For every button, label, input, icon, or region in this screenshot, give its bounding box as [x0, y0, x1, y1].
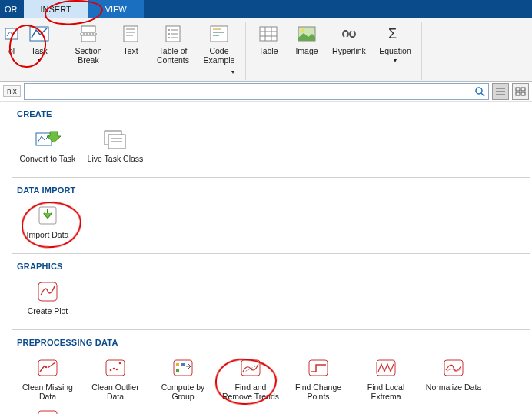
item-clean-missing-data[interactable]: Clean Missing Data — [15, 353, 80, 404]
search-row: nlx — [0, 82, 532, 102]
image-icon — [296, 25, 318, 43]
grid-view-icon — [515, 87, 526, 96]
search-input[interactable] — [25, 85, 471, 98]
text-icon — [120, 25, 141, 43]
table-icon — [258, 25, 279, 43]
svg-rect-36 — [521, 92, 525, 95]
toc-icon — [162, 25, 184, 43]
svg-rect-16 — [211, 26, 228, 42]
item-find-remove-trends[interactable]: Find and Remove Trends — [218, 353, 283, 404]
list-view-icon — [495, 87, 506, 96]
section-create: CREATE Convert to Task Live Task Class — [12, 102, 530, 177]
normalize-icon — [441, 356, 467, 379]
svg-point-50 — [119, 362, 121, 365]
section-graphics: GRAPHICS Create Plot — [12, 253, 530, 329]
image-button[interactable]: Image — [288, 22, 326, 78]
hyperlink-button[interactable]: Hyperlink — [326, 22, 372, 78]
svg-point-12 — [168, 33, 170, 35]
ribbon-control-partial[interactable]: ol — [3, 22, 20, 78]
svg-line-29 — [481, 93, 484, 96]
svg-rect-54 — [181, 363, 185, 366]
item-label: Find Local Extrema — [367, 382, 404, 401]
item-convert-to-task[interactable]: Convert to Task — [15, 125, 80, 166]
item-label: Normalize Data — [426, 382, 481, 392]
section-data-import: DATA IMPORT Import Data — [12, 177, 530, 253]
item-live-task-class[interactable]: Live Task Class — [83, 125, 148, 166]
svg-rect-57 — [309, 360, 328, 376]
text-label: Text — [123, 46, 138, 55]
live-task-class-icon — [102, 128, 128, 151]
task-gallery: CREATE Convert to Task Live Task Class D… — [12, 102, 530, 414]
tab-insert[interactable]: INSERT — [24, 0, 88, 18]
equation-button[interactable]: Σ Equation ▾ — [372, 22, 418, 78]
item-find-local-extrema[interactable]: Find Local Extrema — [354, 353, 418, 404]
chevron-down-icon: ▾ — [394, 56, 397, 65]
import-data-icon — [35, 204, 61, 227]
compute-group-icon — [170, 356, 196, 379]
item-label: Import Data — [27, 230, 69, 239]
svg-point-47 — [110, 369, 112, 372]
tab-view[interactable]: VIEW — [88, 0, 144, 18]
svg-rect-52 — [176, 363, 179, 366]
task-icon — [28, 25, 50, 43]
view-list-button[interactable] — [492, 83, 509, 100]
image-label: Image — [295, 46, 318, 55]
item-normalize-data[interactable]: Normalize Data — [421, 353, 486, 404]
svg-rect-5 — [124, 26, 138, 42]
hyperlink-label: Hyperlink — [332, 46, 366, 55]
svg-point-45 — [45, 366, 47, 368]
search-icon — [474, 86, 485, 97]
convert-task-icon — [35, 128, 61, 151]
section-break-label: Section Break — [75, 46, 101, 65]
section-title-graphics: GRAPHICS — [12, 260, 530, 277]
find-extrema-icon — [373, 356, 399, 379]
ribbon-control-label: ol — [8, 46, 15, 55]
find-trends-icon — [238, 356, 264, 379]
svg-rect-34 — [521, 88, 525, 91]
equation-icon: Σ — [384, 25, 406, 43]
item-label: Convert to Task — [20, 154, 76, 163]
item-clean-outlier-data[interactable]: Clean Outlier Data — [83, 353, 148, 404]
code-example-button[interactable]: Code Example ▾ — [196, 22, 242, 78]
section-title-preprocessing: PREPROCESSING DATA — [12, 336, 530, 353]
svg-point-26 — [301, 29, 304, 32]
hyperlink-icon — [338, 25, 360, 43]
file-tab[interactable]: nlx — [3, 85, 21, 97]
view-grid-button[interactable] — [512, 83, 529, 100]
svg-point-14 — [168, 37, 170, 38]
item-compute-by-group[interactable]: Compute by Group — [151, 353, 215, 404]
section-break-button[interactable]: Section Break — [65, 22, 111, 78]
svg-rect-46 — [106, 360, 125, 376]
item-find-change-points[interactable]: Find Change Points — [286, 353, 351, 404]
search-box — [24, 83, 489, 100]
smooth-icon — [35, 407, 61, 414]
section-break-icon — [78, 25, 99, 43]
svg-point-28 — [476, 88, 482, 94]
svg-rect-55 — [241, 360, 260, 376]
item-label: Find Change Points — [295, 382, 341, 401]
item-create-plot[interactable]: Create Plot — [15, 277, 80, 319]
svg-rect-53 — [176, 369, 179, 372]
item-label: Create Plot — [28, 306, 68, 316]
code-example-label: Code Example — [204, 46, 235, 65]
text-button[interactable]: Text — [111, 22, 150, 78]
search-button[interactable] — [471, 84, 488, 99]
toc-button[interactable]: Table of Contents — [150, 22, 196, 78]
find-change-icon — [305, 356, 331, 379]
item-import-data[interactable]: Import Data — [15, 201, 80, 242]
table-button[interactable]: Table — [249, 22, 288, 78]
svg-point-48 — [113, 368, 115, 370]
tab-editor-partial[interactable]: OR — [0, 0, 24, 18]
code-example-icon — [208, 25, 230, 43]
section-title-data-import: DATA IMPORT — [12, 184, 530, 201]
task-button[interactable]: Task ▾ — [20, 22, 58, 78]
svg-point-10 — [168, 29, 170, 31]
item-label: Clean Missing Data — [22, 382, 73, 401]
svg-rect-2 — [81, 26, 95, 32]
svg-rect-33 — [516, 88, 520, 91]
item-smooth-data[interactable]: Smooth Data — [15, 404, 80, 414]
toc-label: Table of Contents — [157, 46, 189, 65]
item-label: Find and Remove Trends — [222, 382, 279, 401]
chevron-down-icon: ▾ — [231, 68, 234, 77]
svg-rect-60 — [38, 411, 57, 414]
